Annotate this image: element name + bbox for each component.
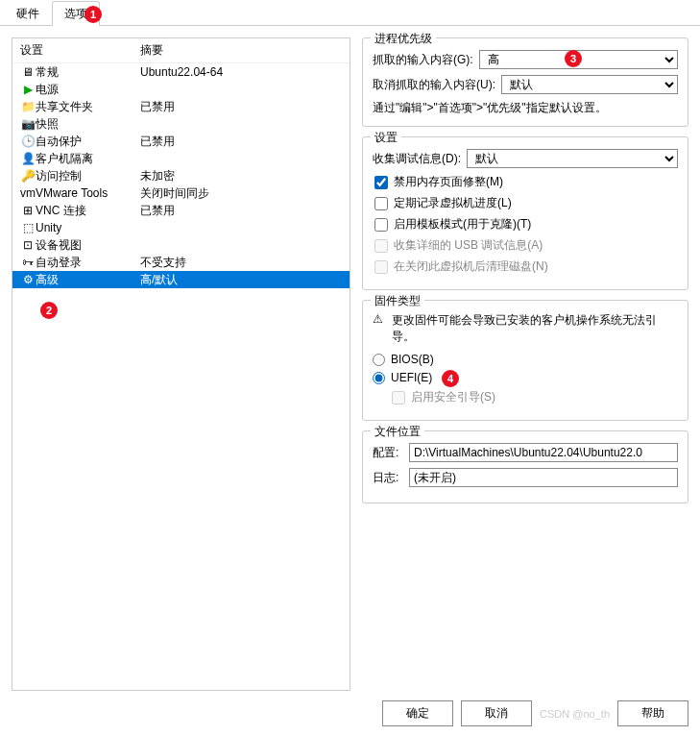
play-icon: ▶ xyxy=(20,83,36,96)
ok-button[interactable]: 确定 xyxy=(382,700,453,726)
group-title-filelocation: 文件位置 xyxy=(371,424,424,440)
list-row-11[interactable]: 🗝自动登录不受支持 xyxy=(12,254,350,271)
header-summary: 摘要 xyxy=(140,42,163,59)
list-row-8[interactable]: ⊞VNC 连接已禁用 xyxy=(12,202,350,219)
watermark: CSDN @no_th xyxy=(540,708,610,720)
cb-mem-label: 禁用内存页面修整(M) xyxy=(394,174,503,190)
group-settings: 设置 收集调试信息(D): 默认 禁用内存页面修整(M) 定期记录虚拟机进度(L… xyxy=(362,136,688,290)
shield-icon: 👤 xyxy=(20,152,36,165)
cb-template[interactable] xyxy=(374,218,388,232)
list-row-3[interactable]: 📷快照 xyxy=(12,115,350,133)
list-row-12[interactable]: ⚙高级高/默认 xyxy=(12,271,350,288)
list-row-6[interactable]: 🔑访问控制未加密 xyxy=(12,167,350,184)
row-summary: Ubuntu22.04-64 xyxy=(140,65,223,79)
cb-log[interactable] xyxy=(374,197,388,210)
cb-clean-label: 在关闭此虚拟机后清理磁盘(N) xyxy=(394,258,548,275)
device-icon: ⊡ xyxy=(20,238,36,252)
group-filelocation: 文件位置 配置: 日志: xyxy=(362,430,688,503)
badge-3: 3 xyxy=(565,50,582,67)
help-button[interactable]: 帮助 xyxy=(617,700,688,726)
vnc-icon: ⊞ xyxy=(20,204,36,217)
bios-label: BIOS(B) xyxy=(391,353,434,366)
priority-hint: 通过"编辑">"首选项">"优先级"指定默认设置。 xyxy=(373,100,678,116)
cb-clean xyxy=(374,260,388,274)
lock-icon: 🔑 xyxy=(20,169,36,183)
adv-icon: ⚙ xyxy=(20,273,36,286)
row-name: 快照 xyxy=(36,116,140,133)
badge-1: 1 xyxy=(84,6,102,23)
secureboot-label: 启用安全引导(S) xyxy=(411,389,495,405)
unity-icon: ⬚ xyxy=(20,221,36,234)
cb-log-label: 定期记录虚拟机进度(L) xyxy=(394,195,512,211)
row-name: VMware Tools xyxy=(36,186,140,200)
row-name: 自动登录 xyxy=(36,255,140,271)
badge-2: 2 xyxy=(40,302,58,319)
row-name: 设备视图 xyxy=(36,237,140,254)
config-input[interactable] xyxy=(409,443,678,462)
clock-icon: 🕒 xyxy=(20,135,36,148)
row-summary: 不受支持 xyxy=(140,255,186,271)
debug-label: 收集调试信息(D): xyxy=(373,151,461,167)
row-summary: 未加密 xyxy=(140,168,175,184)
settings-list: 设置 摘要 🖥常规Ubuntu22.04-64▶电源📁共享文件夹已禁用📷快照🕒自… xyxy=(12,37,350,691)
config-label: 配置: xyxy=(373,445,405,461)
log-input[interactable] xyxy=(409,468,678,487)
row-summary: 已禁用 xyxy=(140,99,175,115)
grabbed-label: 抓取的输入内容(G): xyxy=(373,52,473,68)
ungrabbed-label: 取消抓取的输入内容(U): xyxy=(373,77,495,93)
group-title-settings: 设置 xyxy=(371,130,401,146)
tab-hardware[interactable]: 硬件 xyxy=(4,1,52,26)
badge-4: 4 xyxy=(442,370,459,387)
debug-select[interactable]: 默认 xyxy=(467,149,678,168)
group-title-firmware: 固件类型 xyxy=(371,293,424,309)
cb-mem[interactable] xyxy=(374,176,388,189)
list-row-1[interactable]: ▶电源 xyxy=(12,81,350,98)
group-title-priority: 进程优先级 xyxy=(371,31,436,47)
uefi-label: UEFI(E) xyxy=(391,371,432,384)
cb-usb xyxy=(374,239,388,253)
row-name: 常规 xyxy=(36,64,140,81)
row-name: 客户机隔离 xyxy=(36,151,140,167)
group-firmware: 固件类型 ⚠ 更改固件可能会导致已安装的客户机操作系统无法引导。 BIOS(B)… xyxy=(362,300,688,421)
camera-icon: 📷 xyxy=(20,117,36,131)
row-name: 电源 xyxy=(36,82,140,98)
cb-usb-label: 收集详细的 USB 调试信息(A) xyxy=(394,237,543,254)
row-name: 共享文件夹 xyxy=(36,99,140,115)
header-setting: 设置 xyxy=(20,42,140,59)
row-name: 访问控制 xyxy=(36,168,140,184)
radio-bios[interactable] xyxy=(373,354,385,366)
radio-uefi[interactable] xyxy=(373,372,385,384)
list-row-7[interactable]: vmVMware Tools关闭时间同步 xyxy=(12,184,350,202)
list-row-10[interactable]: ⊡设备视图 xyxy=(12,236,350,254)
row-summary: 已禁用 xyxy=(140,203,175,219)
list-header: 设置 摘要 xyxy=(12,38,350,63)
row-summary: 高/默认 xyxy=(140,272,178,288)
ungrabbed-select[interactable]: 默认 xyxy=(501,75,678,94)
folder-icon: 📁 xyxy=(20,100,36,113)
group-priority: 进程优先级 抓取的输入内容(G): 高 3 取消抓取的输入内容(U): 默认 通… xyxy=(362,37,688,127)
list-row-5[interactable]: 👤客户机隔离 xyxy=(12,150,350,167)
list-row-9[interactable]: ⬚Unity xyxy=(12,219,350,236)
list-row-0[interactable]: 🖥常规Ubuntu22.04-64 xyxy=(12,63,350,81)
cancel-button[interactable]: 取消 xyxy=(461,700,532,726)
vm-icon: vm xyxy=(20,186,36,200)
row-name: VNC 连接 xyxy=(36,203,140,219)
log-label: 日志: xyxy=(373,470,405,486)
monitor-icon: 🖥 xyxy=(20,65,36,79)
list-row-2[interactable]: 📁共享文件夹已禁用 xyxy=(12,98,350,115)
warning-icon: ⚠ xyxy=(373,312,386,345)
cb-template-label: 启用模板模式(用于克隆)(T) xyxy=(394,216,531,233)
key-icon: 🗝 xyxy=(20,256,36,269)
cb-secureboot xyxy=(392,391,405,405)
row-name: Unity xyxy=(36,221,140,234)
row-summary: 已禁用 xyxy=(140,134,175,150)
row-name: 高级 xyxy=(36,272,140,288)
firmware-warning: 更改固件可能会导致已安装的客户机操作系统无法引导。 xyxy=(392,312,678,345)
row-summary: 关闭时间同步 xyxy=(140,185,209,202)
row-name: 自动保护 xyxy=(36,134,140,150)
list-row-4[interactable]: 🕒自动保护已禁用 xyxy=(12,133,350,150)
